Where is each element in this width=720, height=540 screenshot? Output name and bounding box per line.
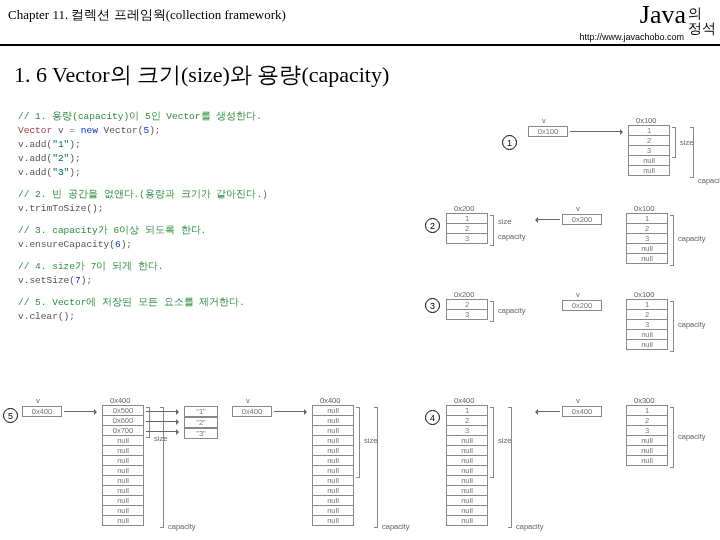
source-url: http://www.javachobo.com [579,32,684,42]
marker-2: 2 [425,218,440,233]
section-title: 1. 6 Vector의 크기(size)와 용량(capacity) [14,60,720,90]
marker-5: 5 [3,408,18,423]
marker-4: 4 [425,410,440,425]
brand-title: Java [640,0,686,30]
brand-subtitle: 의 정석 [688,6,716,36]
marker-3: 3 [425,298,440,313]
code-block: // 1. 용량(capacity)이 5인 Vector를 생성한다. Vec… [18,110,268,324]
marker-1: 1 [502,135,517,150]
slide-header: Chapter 11. 컬렉션 프레임웍(collection framewor… [0,0,720,46]
chapter-label: Chapter 11. 컬렉션 프레임웍(collection framewor… [8,6,712,24]
